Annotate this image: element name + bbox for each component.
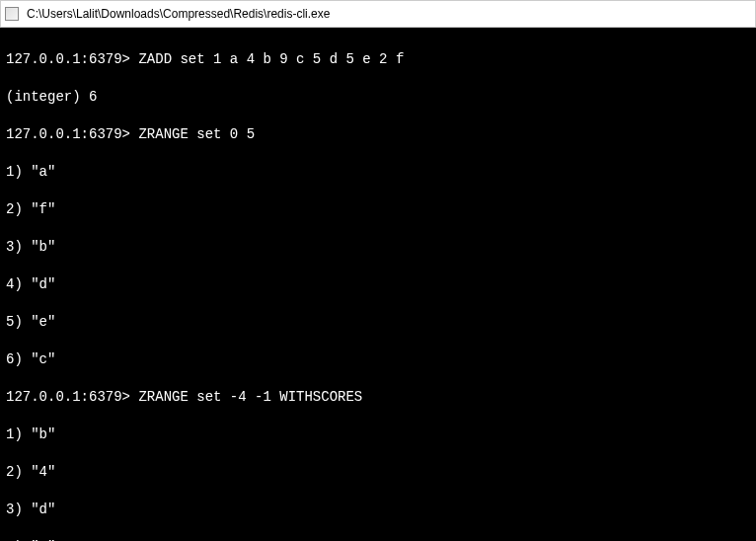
app-icon xyxy=(5,7,19,21)
terminal-line: (integer) 6 xyxy=(6,88,750,107)
window-titlebar[interactable]: C:\Users\Lalit\Downloads\Compressed\Redi… xyxy=(0,0,756,28)
prompt: 127.0.0.1:6379> xyxy=(6,389,130,405)
terminal-line: 6) "c" xyxy=(6,350,750,369)
terminal-line: 1) "a" xyxy=(6,163,750,182)
command-text: ZRANGE set 0 5 xyxy=(138,126,255,142)
terminal-line: 4) "d" xyxy=(6,275,750,294)
prompt: 127.0.0.1:6379> xyxy=(6,126,130,142)
terminal-output[interactable]: 127.0.0.1:6379> ZADD set 1 a 4 b 9 c 5 d… xyxy=(0,28,756,541)
prompt: 127.0.0.1:6379> xyxy=(6,51,130,67)
terminal-line: 127.0.0.1:6379> ZADD set 1 a 4 b 9 c 5 d… xyxy=(6,50,750,69)
terminal-line: 2) "4" xyxy=(6,463,750,482)
terminal-line: 3) "b" xyxy=(6,238,750,257)
command-text: ZRANGE set -4 -1 WITHSCORES xyxy=(138,389,362,405)
terminal-line: 5) "e" xyxy=(6,313,750,332)
terminal-line: 3) "d" xyxy=(6,501,750,519)
command-text: ZADD set 1 a 4 b 9 c 5 d 5 e 2 f xyxy=(138,51,404,67)
window-title: C:\Users\Lalit\Downloads\Compressed\Redi… xyxy=(27,7,330,21)
terminal-line: 1) "b" xyxy=(6,425,750,444)
terminal-line: 2) "f" xyxy=(6,200,750,219)
terminal-line: 127.0.0.1:6379> ZRANGE set -4 -1 WITHSCO… xyxy=(6,388,750,407)
terminal-line: 127.0.0.1:6379> ZRANGE set 0 5 xyxy=(6,125,750,144)
